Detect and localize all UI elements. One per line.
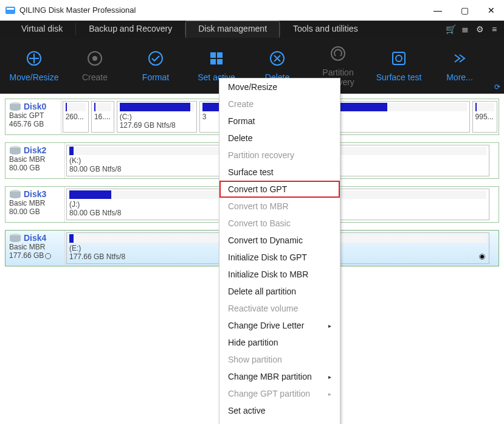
tab-disk-management[interactable]: Disk management bbox=[185, 21, 280, 38]
menu-item[interactable]: Set active bbox=[219, 402, 340, 419]
svg-point-4 bbox=[92, 56, 97, 61]
context-menu: Move/ResizeCreateFormatDeletePartition r… bbox=[219, 78, 340, 424]
svg-rect-9 bbox=[217, 59, 223, 64]
disk-name: Disk3 bbox=[24, 189, 46, 199]
disk-info: Disk4Basic MBR177.66 GB bbox=[5, 231, 65, 266]
svg-rect-0 bbox=[5, 7, 15, 14]
menu-item[interactable]: Initialize Disk to MBR bbox=[219, 266, 340, 283]
menu-item[interactable]: Delete all partition bbox=[219, 283, 340, 300]
tab-tools-utilities[interactable]: Tools and utilities bbox=[280, 21, 371, 38]
disk-size: 465.76 GB bbox=[9, 120, 44, 128]
partition[interactable]: (C:)127.69 GB Ntfs/8 bbox=[117, 101, 197, 133]
svg-rect-8 bbox=[210, 59, 216, 64]
toolbar-set-active[interactable]: Set active bbox=[186, 49, 247, 82]
disk-size: 177.66 GB bbox=[9, 251, 44, 260]
svg-rect-12 bbox=[393, 52, 405, 64]
partition[interactable]: 995... bbox=[472, 101, 497, 133]
menu-item[interactable]: Move/Resize bbox=[219, 78, 340, 96]
svg-rect-1 bbox=[7, 8, 14, 10]
disk-name: Disk2 bbox=[24, 145, 46, 155]
minimize-button[interactable]: — bbox=[430, 5, 446, 15]
disk-type: Basic MBR bbox=[9, 243, 45, 251]
format-icon bbox=[125, 49, 186, 68]
titlebar: QILING Disk Master Professional — ▢ ✕ bbox=[0, 0, 504, 21]
partition-label: 127.69 GB Ntfs/8 bbox=[120, 121, 194, 130]
toolbar-more[interactable]: More... bbox=[429, 49, 490, 82]
menu-item: Convert to MBR bbox=[219, 198, 340, 215]
disk-icon bbox=[9, 145, 21, 155]
disk-type: Basic MBR bbox=[9, 155, 45, 164]
radio-indicator bbox=[45, 253, 51, 259]
menu-item[interactable]: Change Drive Letter bbox=[219, 317, 340, 334]
partition-recovery-icon bbox=[308, 44, 368, 63]
menu-item: Create bbox=[219, 96, 340, 113]
menu-item[interactable]: Change MBR partition bbox=[219, 368, 340, 385]
partition-letter: (C:) bbox=[120, 113, 194, 121]
menu-item[interactable]: Convert to GPT bbox=[219, 181, 340, 198]
disk-type: Basic GPT bbox=[9, 111, 44, 120]
toolbar-surface-test[interactable]: Surface test bbox=[368, 49, 429, 82]
partition-label: 995... bbox=[475, 113, 494, 121]
disk-info: Disk3Basic MBR80.00 GB bbox=[5, 187, 65, 222]
disk-size: 80.00 GB bbox=[9, 207, 40, 216]
menu-item[interactable]: Format bbox=[219, 113, 340, 130]
refresh-icon[interactable]: ⟳ bbox=[494, 83, 500, 91]
app-title: QILING Disk Master Professional bbox=[19, 5, 430, 15]
tab-backup-recovery[interactable]: Backup and Recovery bbox=[76, 21, 185, 38]
svg-rect-6 bbox=[210, 52, 216, 58]
menu-item[interactable]: Initialize Disk to GPT bbox=[219, 249, 340, 266]
move-resize-icon bbox=[4, 49, 64, 68]
svg-point-11 bbox=[331, 47, 345, 60]
app-logo bbox=[5, 5, 16, 16]
disk-type: Basic MBR bbox=[9, 199, 45, 207]
svg-point-5 bbox=[149, 52, 162, 65]
close-button[interactable]: ✕ bbox=[483, 5, 499, 15]
partition-label: 260... bbox=[66, 113, 86, 121]
menu-item: Convert to Basic bbox=[219, 215, 340, 232]
partition-label: 16.... bbox=[94, 113, 111, 121]
disk-info: Disk2Basic MBR80.00 GB bbox=[5, 143, 65, 178]
gear-icon[interactable]: ⚙ bbox=[472, 21, 487, 38]
toolbar-format[interactable]: Format bbox=[125, 49, 186, 82]
menu-icon[interactable]: ≡ bbox=[487, 21, 502, 38]
toolbar-move-resize[interactable]: Move/Resize bbox=[4, 49, 64, 82]
toolbar-delete[interactable]: Delete bbox=[247, 49, 308, 82]
menu-item[interactable]: Hide partition bbox=[219, 334, 340, 351]
menu-item: Remove active bbox=[219, 419, 340, 424]
disk-info: Disk0Basic GPT465.76 GB bbox=[5, 99, 61, 134]
window-controls: — ▢ ✕ bbox=[430, 5, 499, 15]
menu-item: Partition recovery bbox=[219, 147, 340, 164]
tab-virtual-disk[interactable]: Virtual disk bbox=[9, 21, 75, 38]
disk-size: 80.00 GB bbox=[9, 164, 40, 172]
menu-item: Reactivate volume bbox=[219, 300, 340, 317]
maximize-button[interactable]: ▢ bbox=[457, 5, 472, 15]
disk-name: Disk4 bbox=[24, 233, 46, 243]
radio-indicator bbox=[479, 254, 485, 260]
svg-rect-7 bbox=[217, 52, 223, 58]
set-active-icon bbox=[186, 49, 247, 68]
disk-icon bbox=[9, 102, 21, 111]
disk-name: Disk0 bbox=[24, 102, 46, 111]
menu-item[interactable]: Delete bbox=[219, 130, 340, 147]
create-icon bbox=[64, 49, 125, 68]
menu-item[interactable]: Surface test bbox=[219, 164, 340, 181]
main-tabbar: Virtual disk Backup and Recovery Disk ma… bbox=[0, 21, 504, 38]
svg-point-13 bbox=[396, 55, 402, 61]
list-icon[interactable]: ≣ bbox=[458, 21, 472, 38]
more-icon bbox=[429, 49, 490, 68]
disk-icon bbox=[9, 233, 21, 243]
delete-icon bbox=[247, 49, 308, 68]
toolbar-create: Create bbox=[64, 49, 125, 82]
menu-item: Show partition bbox=[219, 351, 340, 368]
partition[interactable]: 260... bbox=[63, 101, 89, 133]
menu-item: Change GPT partition bbox=[219, 385, 340, 402]
menu-item[interactable]: Convert to Dynamic bbox=[219, 232, 340, 249]
disk-icon bbox=[9, 189, 21, 199]
partition[interactable]: 16.... bbox=[91, 101, 114, 133]
cart-icon[interactable]: 🛒 bbox=[443, 21, 458, 38]
surface-test-icon bbox=[368, 49, 429, 68]
